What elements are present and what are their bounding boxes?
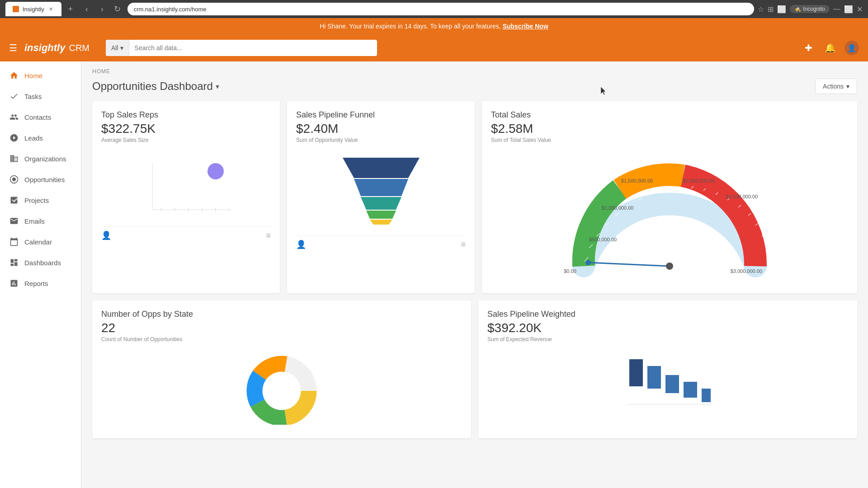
bookmark-icon[interactable]: ☆ xyxy=(758,5,764,14)
total-sales-title: Total Sales xyxy=(491,110,848,120)
address-bar[interactable]: crm.na1.insightly.com/home xyxy=(127,3,755,15)
dashboards-icon xyxy=(9,258,19,267)
browser-tab[interactable]: Insightly ✕ xyxy=(5,2,61,16)
svg-marker-11 xyxy=(343,158,420,178)
search-bar: All ▾ xyxy=(106,40,377,56)
sidebar-item-home[interactable]: Home xyxy=(0,65,81,86)
actions-dropdown-arrow: ▾ xyxy=(846,83,849,90)
app-header: ☰ insightly CRM All ▾ ✚ 🔔 👤 xyxy=(0,34,868,61)
opps-by-state-card: Number of Opps by State 22 Count of Numb… xyxy=(92,300,471,438)
opportunities-icon xyxy=(9,174,19,184)
sidebar-item-opportunities[interactable]: Opportunities xyxy=(0,169,81,190)
add-button[interactable]: ✚ xyxy=(801,41,816,55)
tab-close-button[interactable]: ✕ xyxy=(48,6,54,12)
hamburger-menu[interactable]: ☰ xyxy=(9,42,17,53)
sidebar-opportunities-label: Opportunities xyxy=(24,176,65,183)
leads-icon xyxy=(9,133,19,143)
back-button[interactable]: ‹ xyxy=(80,3,93,15)
sidebar-item-leads[interactable]: Leads xyxy=(0,127,81,148)
sidebar-home-label: Home xyxy=(24,72,42,80)
new-tab-button[interactable]: + xyxy=(64,3,77,15)
svg-text:$1,500,000.00: $1,500,000.00 xyxy=(621,178,653,183)
reports-icon xyxy=(9,278,19,288)
svg-text:$2,000,000.00: $2,000,000.00 xyxy=(683,178,715,183)
subscribe-link[interactable]: Subscribe Now xyxy=(503,23,548,30)
funnel-person-icon[interactable]: 👤 xyxy=(296,239,306,249)
browser-chrome: Insightly ✕ + ‹ › ↻ crm.na1.insightly.co… xyxy=(0,0,868,18)
funnel-value: $2.40M xyxy=(296,122,466,136)
contacts-icon xyxy=(9,112,19,122)
sidebar-item-dashboards[interactable]: Dashboards xyxy=(0,252,81,273)
funnel-chart xyxy=(296,149,466,230)
page-title[interactable]: Opportunities Dashboard ▾ xyxy=(92,80,219,93)
browser-nav: ‹ › ↻ xyxy=(80,3,124,15)
svg-point-49 xyxy=(263,372,301,410)
opps-subtitle: Count of Number of Opportunities xyxy=(101,336,462,343)
funnel-subtitle: Sum of Opportunity Value xyxy=(296,137,466,143)
sidebar-organizations-label: Organizations xyxy=(24,155,66,163)
svg-point-42 xyxy=(585,260,591,265)
crm-label: CRM xyxy=(69,43,90,53)
svg-text:$2,500,000.00: $2,500,000.00 xyxy=(726,194,758,199)
notifications-icon[interactable]: 🔔 xyxy=(823,41,837,55)
svg-marker-13 xyxy=(361,197,401,210)
trial-banner: Hi Shane. Your trial expires in 14 days.… xyxy=(0,18,868,34)
actions-button[interactable]: Actions ▾ xyxy=(815,79,857,94)
svg-marker-15 xyxy=(370,220,392,225)
breadcrumb-home: HOME xyxy=(92,68,110,75)
svg-point-1 xyxy=(12,178,16,181)
top-sales-reps-title: Top Sales Reps xyxy=(101,110,271,120)
svg-marker-12 xyxy=(354,179,408,196)
profile-icon[interactable]: ⬜ xyxy=(777,5,786,14)
sidebar-item-reports[interactable]: Reports xyxy=(0,273,81,294)
home-icon xyxy=(9,70,19,80)
total-sales-value: $2.58M xyxy=(491,122,848,136)
sidebar-item-tasks[interactable]: Tasks xyxy=(0,86,81,107)
funnel-table-icon[interactable]: ≡ xyxy=(461,240,466,249)
header-actions: ✚ 🔔 👤 xyxy=(801,41,859,55)
top-sales-reps-value: $322.75K xyxy=(101,122,271,136)
search-filter-dropdown[interactable]: All ▾ xyxy=(106,40,129,56)
top-sales-reps-subtitle: Average Sales Size xyxy=(101,137,271,143)
opps-value: 22 xyxy=(101,321,462,335)
sidebar-item-calendar[interactable]: Calendar xyxy=(0,231,81,252)
total-sales-card: Total Sales $2.58M Sum of Total Sales Va… xyxy=(482,101,857,293)
maximize-button[interactable]: ⬜ xyxy=(844,5,853,14)
weighted-value: $392.20K xyxy=(487,321,848,335)
url-text: crm.na1.insightly.com/home xyxy=(134,6,207,13)
sidebar-item-organizations[interactable]: Organizations xyxy=(0,148,81,169)
top-sales-card-footer: 👤 ≡ xyxy=(101,226,271,240)
tab-favicon xyxy=(13,6,19,12)
projects-icon xyxy=(9,195,19,205)
sidebar-calendar-label: Calendar xyxy=(24,238,52,246)
sidebar-emails-label: Emails xyxy=(24,217,45,225)
sidebar-tasks-label: Tasks xyxy=(24,93,42,100)
total-sales-subtitle: Sum of Total Sales Value xyxy=(491,137,848,143)
minimize-button[interactable]: — xyxy=(833,5,840,13)
search-input[interactable] xyxy=(129,44,377,52)
weighted-title: Sales Pipeline Weighted xyxy=(487,310,848,319)
user-avatar[interactable]: 👤 xyxy=(844,41,859,55)
svg-line-24 xyxy=(664,188,667,191)
svg-point-10 xyxy=(208,163,224,179)
sidebar-item-emails[interactable]: Emails xyxy=(0,211,81,231)
extension-icon[interactable]: ⊞ xyxy=(768,5,774,14)
organizations-icon xyxy=(9,154,19,164)
close-window-button[interactable]: ✕ xyxy=(857,5,863,14)
logo: insightly CRM xyxy=(24,42,90,54)
browser-actions: ☆ ⊞ ⬜ 🕵 Incognito — ⬜ ✕ xyxy=(758,5,863,14)
forward-button[interactable]: › xyxy=(96,3,108,15)
svg-line-41 xyxy=(588,263,670,266)
table-icon[interactable]: ≡ xyxy=(266,231,271,240)
dashboard-grid-top: Top Sales Reps $322.75K Average Sales Si… xyxy=(81,101,868,300)
top-sales-scatter-chart xyxy=(101,149,271,221)
breadcrumb: HOME xyxy=(81,61,868,77)
sidebar-item-contacts[interactable]: Contacts xyxy=(0,107,81,127)
person-icon[interactable]: 👤 xyxy=(101,230,111,240)
reload-button[interactable]: ↻ xyxy=(111,3,124,15)
svg-rect-52 xyxy=(665,375,679,393)
sidebar-item-projects[interactable]: Projects xyxy=(0,190,81,211)
opps-title: Number of Opps by State xyxy=(101,310,462,319)
gauge-chart: $0.00 $500,000.00 $1,000,000.00 $1,500,0… xyxy=(491,149,848,284)
page-title-row: Opportunities Dashboard ▾ Actions ▾ xyxy=(81,77,868,101)
